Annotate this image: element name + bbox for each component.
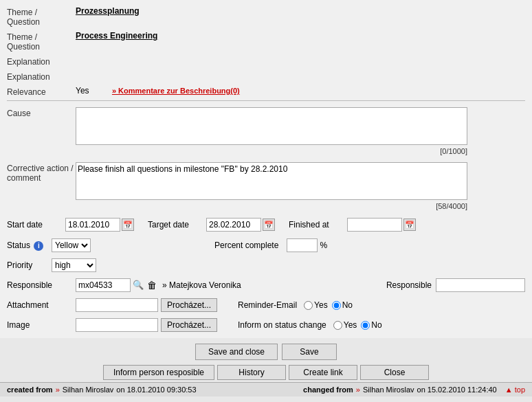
- divider1: [7, 100, 525, 101]
- responsible-right-input[interactable]: [436, 278, 525, 292]
- status-no-label[interactable]: No: [361, 320, 381, 330]
- corrective-row: Corrective action / comment Please finis…: [7, 160, 525, 212]
- status-change-section: Inform on status change Yes No: [238, 320, 382, 330]
- dates-row: Start date 📅 Target date 📅 Finished at 📅: [7, 215, 525, 234]
- attachment-row: Attachment Procházet... Reminder-Email Y…: [7, 296, 525, 314]
- target-date-calendar-icon[interactable]: 📅: [263, 219, 275, 231]
- reminder-no-radio[interactable]: [332, 301, 341, 310]
- responsible-name: » Matejkova Veronika: [162, 280, 241, 290]
- theme2-label: Theme / Question: [7, 31, 76, 52]
- changed-name: Silhan Miroslav: [363, 386, 414, 394]
- target-date-label: Target date: [148, 220, 206, 230]
- percent-input[interactable]: [287, 238, 318, 252]
- theme1-label: Theme / Question: [7, 6, 76, 27]
- target-date-section: Target date 📅: [148, 218, 275, 232]
- target-date-input[interactable]: [206, 218, 261, 232]
- relevance-row: Relevance Yes » Kommentare zur Beschreib…: [7, 84, 525, 99]
- top-text: top: [515, 386, 525, 394]
- delete-icon[interactable]: 🗑: [146, 279, 158, 291]
- cause-field-wrap: [0/1000]: [76, 107, 525, 155]
- finished-label: Finished at: [289, 220, 347, 230]
- cause-char-count: [0/1000]: [76, 147, 467, 155]
- corrective-textarea[interactable]: Please finish all questions in milestone…: [76, 162, 467, 200]
- image-browse-button[interactable]: Procházet...: [161, 318, 217, 332]
- percent-symbol: %: [320, 241, 327, 250]
- status-no-radio[interactable]: [361, 321, 370, 330]
- relevance-label: Relevance: [7, 86, 76, 97]
- reminder-no-label[interactable]: No: [332, 300, 353, 310]
- footer-left: created from » Silhan Miroslav on 18.01.…: [7, 386, 197, 394]
- status-info-icon[interactable]: i: [34, 241, 43, 251]
- top-link[interactable]: ▲ top: [505, 386, 525, 394]
- status-label: Status i: [7, 241, 52, 251]
- corrective-char-count: [58/4000]: [76, 202, 467, 210]
- theme1-row: Theme / Question Prozessplanung: [7, 4, 525, 29]
- history-button[interactable]: History: [217, 365, 286, 380]
- search-icon[interactable]: 🔍: [132, 279, 144, 291]
- save-close-button[interactable]: Save and close: [195, 344, 278, 360]
- percent-section: Percent complete %: [214, 238, 327, 252]
- kommentare-link[interactable]: » Kommentare zur Beschreibung(0): [112, 87, 240, 95]
- created-name: Silhan Miroslav: [63, 386, 114, 394]
- relevance-value: Yes » Kommentare zur Beschreibung(0): [76, 86, 525, 96]
- responsible-right: Responsible: [386, 278, 525, 292]
- close-button[interactable]: Close: [360, 365, 429, 380]
- explanation2-row: Explanation: [7, 69, 525, 84]
- status-section: Status i Yellow Green Red Grey: [7, 238, 91, 252]
- cause-label: Cause: [7, 107, 76, 118]
- create-link-button[interactable]: Create link: [289, 365, 357, 380]
- theme2-row: Theme / Question Process Engineering: [7, 29, 525, 54]
- start-date-label: Start date: [7, 220, 65, 230]
- footer-right: changed from » Silhan Miroslav on 15.02.…: [303, 386, 525, 394]
- reminder-label: Reminder-Email: [238, 300, 297, 310]
- image-label: Image: [7, 320, 76, 330]
- priority-select[interactable]: high medium low: [52, 258, 96, 272]
- corrective-label: Corrective action / comment: [7, 162, 76, 183]
- save-button[interactable]: Save: [282, 344, 337, 360]
- top-arrow: ▲: [505, 386, 513, 394]
- responsible-right-label: Responsible: [386, 280, 432, 290]
- primary-buttons-row: Save and close Save: [0, 338, 532, 363]
- percent-label: Percent complete: [214, 241, 278, 250]
- start-date-calendar-icon[interactable]: 📅: [122, 219, 134, 231]
- status-yes-radio[interactable]: [333, 321, 342, 330]
- reminder-yes-radio[interactable]: [304, 301, 313, 310]
- priority-section: Priority high medium low: [7, 258, 96, 272]
- reminder-section: Reminder-Email Yes No: [238, 300, 353, 310]
- changed-date: on 15.02.2010 11:24:40: [417, 386, 497, 394]
- reminder-yes-label[interactable]: Yes: [304, 300, 328, 310]
- attachment-browse-button[interactable]: Procházet...: [161, 298, 217, 312]
- responsible-label: Responsible: [7, 280, 76, 290]
- finished-input[interactable]: [347, 218, 402, 232]
- status-yes-label[interactable]: Yes: [333, 320, 357, 330]
- cause-row: Cause [0/1000]: [7, 105, 525, 157]
- nav-buttons-row: Inform person resposible History Create …: [0, 363, 532, 382]
- changed-text: changed from: [303, 386, 353, 394]
- prozessplanung-link[interactable]: Prozessplanung: [76, 6, 140, 16]
- created-text: created from: [7, 386, 53, 394]
- attachment-label: Attachment: [7, 300, 76, 310]
- image-input[interactable]: [76, 318, 158, 332]
- status-change-label: Inform on status change: [238, 320, 326, 330]
- theme2-value: Process Engineering: [76, 31, 525, 41]
- priority-row: Priority high medium low: [7, 256, 525, 274]
- main-container: Theme / Question Prozessplanung Theme / …: [0, 0, 532, 397]
- inform-button[interactable]: Inform person resposible: [103, 365, 214, 380]
- attachment-input[interactable]: [76, 298, 158, 312]
- changed-arrow: »: [356, 386, 360, 394]
- start-date-input[interactable]: [65, 218, 120, 232]
- cause-textarea[interactable]: [76, 107, 467, 145]
- start-date-section: Start date 📅: [7, 218, 134, 232]
- status-change-radio-group: Yes No: [333, 320, 382, 330]
- image-row: Image Procházet... Inform on status chan…: [7, 316, 525, 334]
- created-arrow: »: [56, 386, 60, 394]
- process-engineering-link[interactable]: Process Engineering: [76, 31, 157, 41]
- finished-calendar-icon[interactable]: 📅: [403, 219, 416, 231]
- status-select[interactable]: Yellow Green Red Grey: [52, 238, 91, 252]
- explanation1-row: Explanation: [7, 54, 525, 69]
- created-date: on 18.01.2010 09:30:53: [116, 386, 196, 394]
- corrective-field-wrap: Please finish all questions in milestone…: [76, 162, 525, 210]
- footer-bar: created from » Silhan Miroslav on 18.01.…: [0, 382, 532, 397]
- responsible-input[interactable]: [76, 278, 131, 292]
- form-area: Theme / Question Prozessplanung Theme / …: [0, 0, 532, 338]
